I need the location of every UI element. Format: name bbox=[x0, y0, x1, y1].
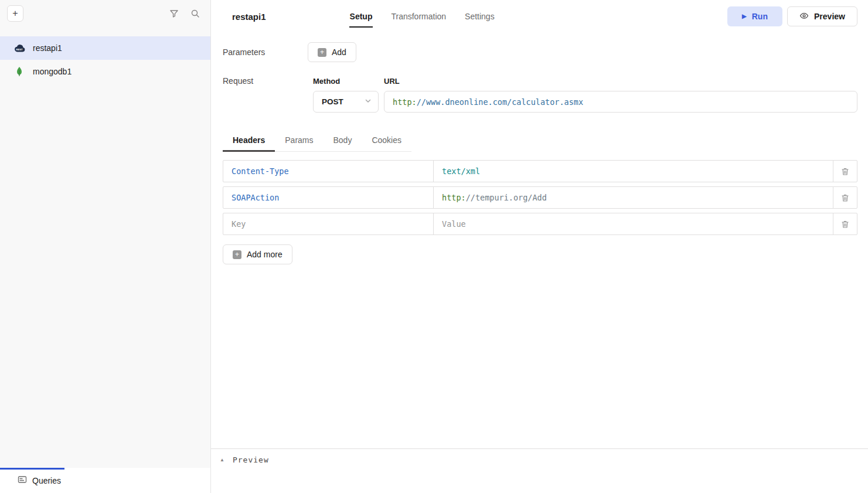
tab-transformation[interactable]: Transformation bbox=[390, 9, 447, 23]
filter-icon[interactable] bbox=[169, 9, 179, 18]
app-window: + REST bbox=[0, 0, 868, 493]
run-button-label: Run bbox=[752, 12, 768, 21]
query-header: restapi1 Setup Transformation Settings ▶… bbox=[211, 0, 868, 33]
tab-params[interactable]: Params bbox=[275, 130, 323, 151]
request-label: Request bbox=[223, 76, 308, 86]
main-panel: restapi1 Setup Transformation Settings ▶… bbox=[211, 0, 868, 493]
setup-content: Parameters + Add Request Method URL POST bbox=[211, 33, 868, 448]
tab-body[interactable]: Body bbox=[324, 130, 362, 151]
header-value-input[interactable]: text/xml bbox=[433, 160, 833, 182]
tab-headers[interactable]: Headers bbox=[223, 130, 275, 151]
header-key-input[interactable]: Content-Type bbox=[223, 160, 434, 182]
add-button-label: Add bbox=[332, 47, 346, 57]
active-tab-indicator bbox=[0, 468, 64, 470]
header-value-text: text/xml bbox=[442, 166, 480, 176]
new-query-button[interactable]: + bbox=[7, 5, 23, 22]
run-button[interactable]: ▶ Run bbox=[727, 6, 782, 26]
queries-tab-label: Queries bbox=[32, 476, 61, 485]
sidebar-item-restapi1[interactable]: REST restapi1 bbox=[0, 36, 210, 60]
parameters-section: Parameters + Add bbox=[223, 42, 857, 62]
tab-settings[interactable]: Settings bbox=[464, 9, 495, 23]
tab-queries[interactable]: Queries bbox=[0, 468, 61, 493]
tab-setup[interactable]: Setup bbox=[349, 9, 373, 23]
response-preview-toggle[interactable]: ▲ Preview bbox=[211, 449, 868, 470]
headers-table: Content-Type text/xml SOAPAction http://… bbox=[223, 160, 857, 264]
trash-icon bbox=[841, 167, 849, 176]
search-icon[interactable] bbox=[190, 9, 200, 18]
header-value-input[interactable]: http://tempuri.org/Add bbox=[433, 186, 833, 209]
caret-up-icon: ▲ bbox=[220, 457, 224, 463]
rest-api-icon: REST bbox=[13, 44, 26, 53]
delete-row-button[interactable] bbox=[833, 160, 857, 182]
add-more-button[interactable]: + Add more bbox=[223, 244, 292, 264]
request-subtabs: Headers Params Body Cookies bbox=[223, 130, 411, 152]
header-value-text: //tempuri.org/Add bbox=[466, 193, 547, 202]
eye-icon bbox=[799, 11, 809, 22]
plus-icon: + bbox=[233, 250, 241, 259]
tab-cookies[interactable]: Cookies bbox=[362, 130, 411, 151]
queries-icon bbox=[18, 475, 27, 486]
url-scheme: http: bbox=[393, 97, 417, 107]
header-key-input[interactable] bbox=[223, 213, 434, 235]
header-tabs: Setup Transformation Settings bbox=[349, 0, 495, 33]
table-row: SOAPAction http://tempuri.org/Add bbox=[223, 186, 857, 209]
plus-icon: + bbox=[318, 48, 326, 57]
url-input[interactable]: http://www.dneonline.com/calculator.asmx bbox=[384, 91, 857, 113]
header-value-input[interactable] bbox=[433, 213, 833, 235]
svg-text:REST: REST bbox=[16, 47, 23, 50]
mongodb-icon bbox=[13, 66, 26, 77]
plus-icon: + bbox=[12, 8, 18, 19]
page-title: restapi1 bbox=[232, 12, 266, 22]
url-value: //www.dneonline.com/calculator.asmx bbox=[417, 97, 583, 107]
delete-row-button[interactable] bbox=[833, 186, 857, 209]
sidebar-item-label: restapi1 bbox=[33, 43, 62, 53]
request-section: Request Method URL POST http://www.dneon… bbox=[223, 76, 857, 113]
response-pane: ▲ Preview bbox=[211, 448, 868, 493]
response-preview-label: Preview bbox=[233, 455, 269, 464]
play-icon: ▶ bbox=[742, 13, 747, 19]
preview-button[interactable]: Preview bbox=[787, 6, 857, 26]
header-actions: ▶ Run Preview bbox=[727, 6, 857, 26]
sidebar-item-mongodb1[interactable]: mongodb1 bbox=[0, 60, 210, 83]
sidebar-topbar: + bbox=[0, 0, 210, 27]
sidebar-item-label: mongodb1 bbox=[33, 67, 72, 76]
trash-icon bbox=[841, 193, 849, 202]
method-label: Method bbox=[313, 77, 379, 86]
query-list: REST restapi1 mongodb1 bbox=[0, 27, 210, 468]
add-parameter-button[interactable]: + Add bbox=[308, 42, 356, 62]
url-label: URL bbox=[384, 77, 857, 86]
method-dropdown[interactable]: POST bbox=[313, 91, 379, 113]
sidebar: + REST bbox=[0, 0, 211, 493]
header-value-scheme: http: bbox=[442, 193, 466, 202]
delete-row-button[interactable] bbox=[833, 213, 857, 235]
table-row bbox=[223, 213, 857, 235]
header-key-input[interactable]: SOAPAction bbox=[223, 186, 434, 209]
preview-button-label: Preview bbox=[814, 12, 845, 21]
sidebar-bottom-bar: Queries bbox=[0, 468, 210, 493]
add-more-label: Add more bbox=[247, 250, 282, 259]
parameters-label: Parameters bbox=[223, 47, 308, 57]
chevron-down-icon bbox=[364, 97, 372, 107]
table-row: Content-Type text/xml bbox=[223, 160, 857, 182]
trash-icon bbox=[841, 220, 849, 229]
method-value: POST bbox=[322, 97, 343, 106]
